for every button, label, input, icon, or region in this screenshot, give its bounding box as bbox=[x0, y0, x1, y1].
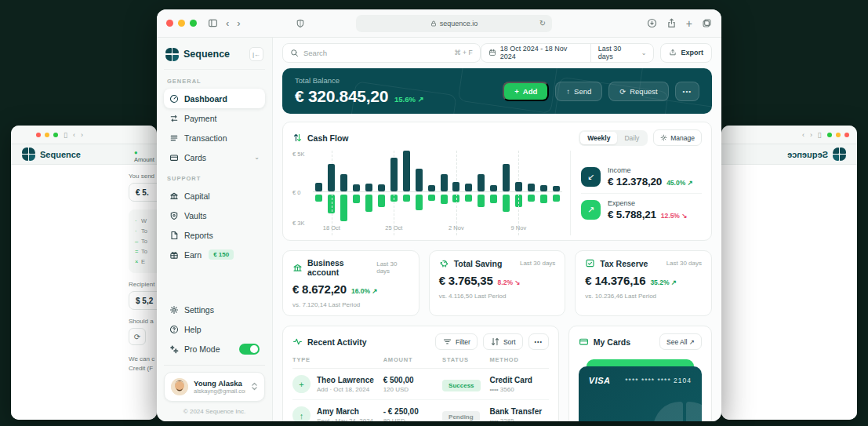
export-button[interactable]: Export bbox=[660, 43, 712, 63]
income-bar[interactable] bbox=[340, 174, 347, 191]
sidebar-item-earn[interactable]: Earn € 150 bbox=[164, 245, 265, 264]
address-bar[interactable]: sequence.io ↻ bbox=[356, 15, 552, 32]
sidebar-item-dashboard[interactable]: Dashboard bbox=[164, 89, 265, 108]
search-input[interactable] bbox=[303, 49, 449, 57]
card-stack[interactable]: VISA **** **** **** 2104 € 4.540,20 bbox=[579, 359, 702, 421]
pro-mode-toggle[interactable] bbox=[239, 344, 260, 355]
expense-bar[interactable] bbox=[416, 195, 423, 210]
expense-bar[interactable] bbox=[465, 195, 472, 202]
sidebar-item-cards[interactable]: Cards ⌄ bbox=[164, 147, 265, 167]
sidebar-item-payment[interactable]: Payment bbox=[164, 108, 265, 128]
expense-bar[interactable] bbox=[378, 195, 385, 207]
business-account-card[interactable]: Business account Last 30 days € 8.672,20… bbox=[282, 250, 419, 316]
payment-method-button[interactable]: ⟳ bbox=[129, 328, 146, 345]
expense-bar[interactable] bbox=[403, 195, 410, 202]
income-bar[interactable] bbox=[428, 185, 435, 191]
close-icon[interactable] bbox=[166, 20, 173, 27]
expense-bar[interactable] bbox=[441, 195, 448, 204]
total-saving-card[interactable]: Total Saving Last 30 days € 3.765,35 8.2… bbox=[429, 250, 566, 316]
more-activity-button[interactable]: ••• bbox=[528, 333, 549, 350]
search-box[interactable]: ⌘ + F bbox=[282, 43, 481, 63]
sidebar-item-transaction[interactable]: Transaction bbox=[164, 128, 265, 147]
see-all-button[interactable]: See All ↗ bbox=[659, 333, 702, 350]
sidebar-item-reports[interactable]: Reports bbox=[164, 225, 265, 245]
minimize-icon[interactable] bbox=[45, 133, 49, 137]
income-bar[interactable] bbox=[452, 182, 459, 191]
profile-card[interactable]: Young Alaska alskayng@gmail.com bbox=[164, 372, 265, 402]
forward-icon[interactable]: › bbox=[237, 18, 240, 28]
income-bar[interactable] bbox=[553, 186, 560, 191]
income-bar[interactable] bbox=[315, 183, 322, 191]
privacy-shield-icon[interactable] bbox=[296, 19, 305, 28]
sidebar-toggle-icon[interactable]: ▯ bbox=[64, 131, 67, 139]
income-bar[interactable] bbox=[515, 182, 522, 191]
expense-bar[interactable] bbox=[503, 195, 510, 212]
expense-bar[interactable] bbox=[478, 195, 485, 207]
downloads-icon[interactable] bbox=[647, 18, 657, 29]
send-button[interactable]: ↑ Send bbox=[555, 82, 602, 101]
more-actions-button[interactable]: ••• bbox=[675, 82, 699, 101]
forward-icon[interactable]: › bbox=[802, 131, 804, 139]
reload-icon[interactable]: ↻ bbox=[539, 19, 546, 27]
income-bar[interactable] bbox=[490, 185, 497, 191]
income-bar[interactable] bbox=[353, 184, 360, 191]
period-select[interactable]: Last 30 days ⌄ bbox=[591, 45, 654, 60]
sidebar-collapse-button[interactable]: |← bbox=[249, 47, 263, 61]
expense-bar[interactable] bbox=[340, 195, 347, 221]
income-bar[interactable] bbox=[528, 184, 535, 191]
expense-bar[interactable] bbox=[315, 195, 322, 202]
tab-daily[interactable]: Daily bbox=[617, 132, 646, 144]
sidebar-toggle-icon[interactable] bbox=[208, 18, 218, 28]
sidebar-item-pro-mode[interactable]: Pro Mode bbox=[164, 339, 265, 359]
back-icon[interactable]: ‹ bbox=[226, 18, 229, 28]
tab-overview-icon[interactable] bbox=[702, 18, 712, 29]
minimize-icon[interactable] bbox=[178, 20, 185, 27]
date-range-button[interactable]: 18 Oct 2024 - 18 Nov 2024 bbox=[481, 44, 591, 62]
expense-bar[interactable] bbox=[428, 195, 435, 201]
sidebar-item-vaults[interactable]: Vaults bbox=[164, 206, 265, 225]
income-bar[interactable] bbox=[365, 184, 372, 191]
sidebar-toggle-icon[interactable]: ▯ bbox=[818, 131, 822, 139]
income-bar[interactable] bbox=[328, 164, 335, 191]
sidebar-item-help[interactable]: Help bbox=[164, 319, 265, 339]
income-bar[interactable] bbox=[416, 169, 423, 191]
expense-bar[interactable] bbox=[540, 195, 547, 203]
forward-icon[interactable]: › bbox=[81, 131, 83, 139]
table-row[interactable]: ↑ Amy March Sent · May 24, 2024 - € 250,… bbox=[292, 400, 549, 421]
close-icon[interactable] bbox=[36, 133, 41, 137]
expense-bar[interactable] bbox=[553, 195, 560, 202]
income-bar[interactable] bbox=[378, 184, 385, 191]
close-icon[interactable] bbox=[844, 133, 849, 137]
income-bar[interactable] bbox=[503, 164, 510, 191]
minimize-icon[interactable] bbox=[836, 133, 841, 137]
request-button[interactable]: ⟳ Request bbox=[608, 82, 668, 101]
share-icon[interactable] bbox=[666, 18, 677, 29]
expense-bar[interactable] bbox=[528, 195, 535, 202]
filter-button[interactable]: Filter bbox=[435, 333, 478, 350]
new-tab-icon[interactable]: + bbox=[686, 18, 692, 29]
income-bar[interactable] bbox=[403, 151, 410, 191]
sort-button[interactable]: Sort bbox=[483, 333, 523, 350]
account-switcher-icon[interactable] bbox=[251, 382, 258, 392]
manage-button[interactable]: Manage bbox=[653, 129, 702, 146]
income-bar[interactable] bbox=[540, 185, 547, 191]
back-icon[interactable]: ‹ bbox=[810, 131, 812, 139]
income-bar[interactable] bbox=[478, 174, 485, 191]
income-bar[interactable] bbox=[465, 184, 472, 191]
zoom-icon[interactable] bbox=[190, 20, 197, 27]
add-button[interactable]: + Add bbox=[503, 82, 549, 101]
expense-bar[interactable] bbox=[490, 195, 497, 203]
expense-bar[interactable] bbox=[365, 195, 372, 212]
zoom-icon[interactable] bbox=[53, 133, 58, 137]
sidebar-item-capital[interactable]: Capital bbox=[164, 186, 265, 206]
income-bar[interactable] bbox=[441, 174, 448, 191]
zoom-icon[interactable] bbox=[827, 133, 832, 137]
send-amount-field[interactable]: € 5. bbox=[129, 183, 157, 202]
sidebar-item-settings[interactable]: Settings bbox=[164, 300, 265, 319]
income-bar[interactable] bbox=[390, 158, 398, 191]
back-icon[interactable]: ‹ bbox=[73, 131, 75, 139]
expense-bar[interactable] bbox=[353, 195, 360, 203]
recipient-amount-field[interactable]: $ 5,2 bbox=[129, 291, 157, 310]
tab-weekly[interactable]: Weekly bbox=[580, 132, 617, 144]
table-row[interactable]: + Theo Lawrence Add · Oct 18, 2024 € 500… bbox=[292, 369, 549, 400]
